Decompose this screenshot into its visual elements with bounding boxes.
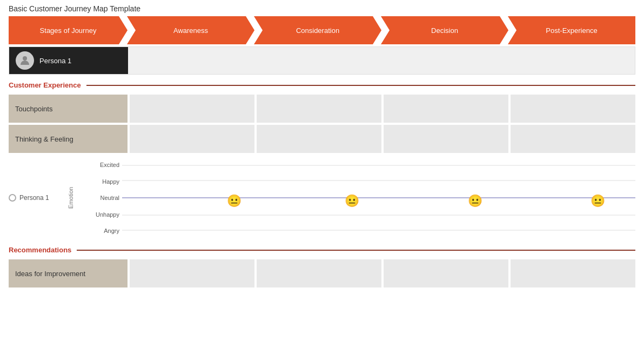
thinking-cell-4[interactable]	[511, 125, 635, 153]
persona-label-cell: Persona 1	[9, 47, 128, 74]
touchpoints-cell-2[interactable]	[257, 95, 381, 123]
emotion-chart-container: Persona 1 Emotion Excited Happy Neutral …	[9, 157, 635, 238]
persona-chart-name: Persona 1	[19, 194, 49, 202]
y-label-unhappy: Unhappy	[90, 211, 119, 218]
y-axis-labels: Excited Happy Neutral Unhappy Angry	[90, 157, 119, 238]
persona-row: Persona 1	[9, 46, 635, 75]
emoji-1: 😐	[227, 193, 242, 208]
thinking-cell-3[interactable]	[384, 125, 508, 153]
thinking-cell-1[interactable]	[130, 125, 254, 153]
avatar	[16, 51, 34, 70]
ideas-cell-2[interactable]	[257, 259, 381, 287]
y-label-excited: Excited	[90, 162, 119, 168]
ideas-cell-4[interactable]	[511, 259, 635, 287]
ideas-label: Ideas for Improvement	[9, 259, 128, 287]
persona-content-area[interactable]	[128, 47, 635, 74]
svg-point-0	[23, 56, 27, 61]
touchpoints-label: Touchpoints	[9, 95, 128, 123]
persona-chart-label: Persona 1	[9, 194, 49, 202]
y-label-neutral: Neutral	[90, 195, 119, 201]
emotion-svg: 😐 😐 😐 😐	[122, 157, 635, 238]
persona-name: Persona 1	[39, 57, 71, 65]
touchpoints-cell-1[interactable]	[130, 95, 254, 123]
emoji-4: 😐	[591, 193, 606, 208]
section-divider	[86, 85, 635, 86]
ideas-cell-3[interactable]	[384, 259, 508, 287]
emoji-2: 😐	[345, 193, 360, 208]
stage-decision[interactable]: Decision	[381, 16, 508, 44]
thinking-feeling-label: Thinking & Feeling	[9, 125, 128, 153]
page-title: Basic Customer Journey Map Template	[0, 0, 644, 16]
touchpoints-cell-3[interactable]	[384, 95, 508, 123]
y-label-happy: Happy	[90, 178, 119, 185]
y-label-angry: Angry	[90, 228, 119, 234]
recommendations-label: Recommendations	[9, 246, 71, 254]
stage-awareness[interactable]: Awareness	[127, 16, 254, 44]
persona-chart-dot	[9, 194, 16, 202]
thinking-cell-2[interactable]	[257, 125, 381, 153]
ideas-row: Ideas for Improvement	[9, 259, 635, 287]
touchpoints-row: Touchpoints	[9, 95, 635, 123]
thinking-feeling-row: Thinking & Feeling	[9, 125, 635, 153]
touchpoints-cell-4[interactable]	[511, 95, 635, 123]
emoji-3: 😐	[468, 193, 483, 208]
chart-plot-area: 😐 😐 😐 😐	[122, 157, 635, 238]
emotion-axis-label: Emotion	[68, 187, 74, 209]
stage-post-experience[interactable]: Post-Experience	[508, 16, 635, 44]
customer-experience-label: Customer Experience	[9, 81, 81, 89]
customer-experience-header: Customer Experience	[0, 78, 644, 92]
stage-consideration[interactable]: Consideration	[254, 16, 381, 44]
recommendations-divider	[77, 250, 635, 251]
recommendations-header: Recommendations	[0, 243, 644, 257]
stage-first[interactable]: Stages of Journey	[9, 16, 128, 44]
ideas-cell-1[interactable]	[130, 259, 254, 287]
stages-row: Stages of Journey Awareness Consideratio…	[0, 16, 644, 44]
